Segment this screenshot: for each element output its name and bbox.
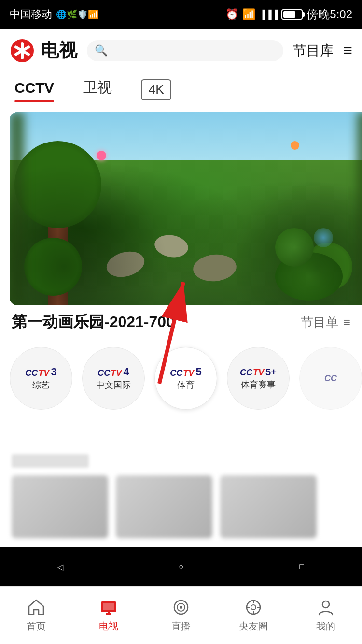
app-header: 电视 🔍 节目库 ≡ [0,29,362,72]
program-menu[interactable]: 节目单 ≡ [301,314,350,331]
channel-cctv3-label: 综艺 [32,379,50,391]
battery [281,9,303,20]
blurred-thumbnails [12,475,350,538]
blurred-content [0,446,362,546]
nav-live-label: 直播 [171,620,191,633]
nav-tv-label: 电视 [99,620,118,633]
signal-icon: ▐▐▐ [259,10,278,20]
signal-icons: 🌐🌿🛡️📶 [56,9,98,20]
nav-mine[interactable]: 我的 [290,598,362,633]
app-title: 电视 [41,38,77,63]
home-button[interactable]: ○ [169,555,193,579]
circle-icon [244,598,263,617]
live-icon [171,598,191,617]
svg-rect-7 [103,603,114,610]
nav-mine-label: 我的 [316,620,335,633]
status-bar: 中国移动 🌐🌿🛡️📶 ⏰ 📶 ▐▐▐ 傍晚5:02 [0,0,362,29]
channel-cctv5plus[interactable]: CCTV5+ 体育赛事 [227,347,290,410]
search-placeholder: 🔍 [95,44,108,57]
blurred-thumb-3 [220,475,317,538]
red-arrow [121,268,217,393]
android-nav-bar: ◁ ○ □ [0,547,362,586]
svg-rect-9 [108,612,110,614]
search-area: 🔍 [87,40,283,61]
nav-home-label: 首页 [27,620,46,633]
bottom-navigation: 首页 电视 直播 央友圈 我的 [0,586,362,644]
header-right: 节目库 ≡ [293,42,352,60]
svg-point-12 [180,606,182,609]
tab-cctv[interactable]: CCTV [14,80,54,100]
alarm-icon: ⏰ [225,8,238,21]
blurred-title [12,454,89,468]
channel-tabs: CCTV 卫视 4K [0,72,362,107]
channel-next[interactable]: CC [299,347,362,410]
svg-point-14 [251,605,256,610]
nav-circle-label: 央友圈 [239,620,268,633]
mine-icon [316,598,335,617]
channel-circle-cctv5plus: CCTV5+ 体育赛事 [227,347,290,410]
blurred-thumb-2 [116,475,212,538]
menu-icon[interactable]: ≡ [343,42,352,59]
app-logo [10,38,35,63]
tab-satellite[interactable]: 卫视 [83,78,112,101]
home-icon [27,598,46,617]
channel-circle-cctv3: CCTV3 综艺 [10,347,72,410]
svg-line-5 [159,282,183,384]
search-bar[interactable]: 🔍 [87,40,283,61]
carrier-text: 中国移动 [10,7,52,22]
status-left: 中国移动 🌐🌿🛡️📶 [10,7,98,22]
tab-4k[interactable]: 4K [141,79,172,100]
time-display: 傍晚5:02 [306,7,352,22]
schedule-label: 节目单 [301,314,338,331]
recents-button[interactable]: □ [290,555,314,579]
nav-live[interactable]: 直播 [145,598,217,633]
library-button[interactable]: 节目库 [293,42,334,60]
tv-icon [99,598,118,617]
back-button[interactable]: ◁ [48,555,72,579]
nav-circle[interactable]: 央友圈 [217,598,290,633]
blurred-thumb-1 [12,475,108,538]
channel-circle-next: CC [299,347,362,410]
wifi-icon: 📶 [242,8,255,21]
channel-cctv5plus-label: 体育赛事 [241,379,276,390]
status-right: ⏰ 📶 ▐▐▐ 傍晚5:02 [225,7,352,22]
channel-cctv3[interactable]: CCTV3 综艺 [10,347,72,410]
header-left: 电视 [10,38,77,63]
schedule-icon: ≡ [343,315,350,330]
nav-tv[interactable]: 电视 [72,598,145,633]
svg-point-19 [322,601,329,608]
nav-home[interactable]: 首页 [0,598,72,633]
